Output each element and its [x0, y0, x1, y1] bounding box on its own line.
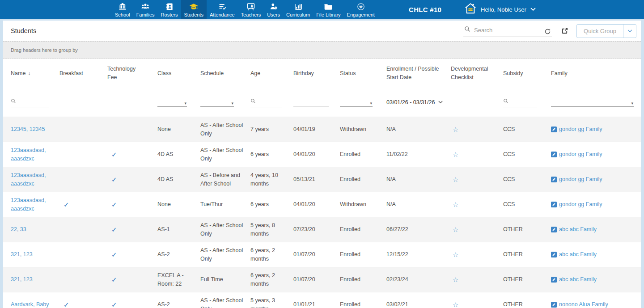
- users-icon: [269, 2, 278, 11]
- developmental-checklist-star-icon[interactable]: ☆: [453, 175, 458, 185]
- schedule-filter-select[interactable]: ▾: [200, 98, 234, 107]
- nav-item-engagement[interactable]: Engagement: [344, 0, 378, 19]
- student-name-link[interactable]: 321, 123: [11, 275, 33, 283]
- student-name-link[interactable]: 123aaasdasd, aaasdzxc: [11, 171, 53, 187]
- column-header-enrollment[interactable]: Enrollment / Possible Start Date: [386, 59, 451, 88]
- nav-item-attendance[interactable]: Attendance: [207, 0, 238, 19]
- family-link[interactable]: gondor gg Family: [559, 175, 602, 183]
- curriculum-icon: [293, 2, 303, 11]
- family-link[interactable]: abc abc Family: [559, 250, 597, 258]
- schedule-cell: AS - After School Only: [200, 292, 250, 308]
- name-filter-input[interactable]: [18, 99, 49, 105]
- search-field[interactable]: [463, 25, 552, 37]
- technology-fee-check-icon: ✓: [111, 225, 117, 235]
- birthday-filter-input[interactable]: [293, 98, 329, 105]
- nav-item-school[interactable]: School: [112, 0, 133, 19]
- nav-item-users[interactable]: Users: [264, 0, 283, 19]
- student-name-link[interactable]: 123aaasdasd, aaasdzxc: [11, 196, 53, 212]
- nav-item-file-library[interactable]: File Library: [313, 0, 343, 19]
- column-header-class[interactable]: Class: [157, 59, 200, 88]
- developmental-checklist-star-icon[interactable]: ☆: [453, 125, 458, 135]
- developmental-checklist-star-icon[interactable]: ☆: [453, 200, 458, 210]
- export-icon[interactable]: [561, 27, 568, 35]
- nav-item-families[interactable]: Families: [133, 0, 158, 19]
- user-menu[interactable]: HOPE Hello, Noble User: [464, 0, 536, 19]
- family-link[interactable]: abc abc Family: [559, 275, 597, 283]
- edit-family-icon[interactable]: [551, 177, 557, 182]
- nav-item-rosters[interactable]: Rosters: [158, 0, 181, 19]
- column-header-schedule[interactable]: Schedule: [200, 59, 250, 88]
- developmental-checklist-star-icon[interactable]: ☆: [453, 250, 458, 260]
- name-cell: 321, 123: [3, 267, 59, 292]
- developmental-checklist-cell: ☆: [451, 142, 503, 167]
- student-name-link[interactable]: Aardvark, Baby: [11, 300, 49, 308]
- technology-fee-cell: ✓: [107, 167, 157, 192]
- column-header-family[interactable]: Family: [551, 59, 641, 88]
- student-name-link[interactable]: 12345, 12345: [11, 125, 45, 133]
- status-cell: Enrolled: [340, 242, 386, 267]
- family-link[interactable]: abc abc Family: [559, 225, 597, 233]
- developmental-checklist-cell: ☆: [451, 192, 503, 217]
- developmental-checklist-star-icon[interactable]: ☆: [453, 225, 458, 235]
- subsidy-filter-search-icon: [503, 97, 508, 105]
- age-filter-search-icon: [250, 97, 256, 105]
- nav-item-label: Users: [267, 12, 280, 17]
- schedule-cell: Tue/Thur: [200, 192, 250, 217]
- group-by-dropzone[interactable]: Drag headers here to group by: [3, 41, 641, 59]
- chevron-down-icon: ▾: [231, 101, 233, 105]
- breakfast-cell: [59, 242, 107, 267]
- subsidy-filter-input[interactable]: [511, 99, 537, 105]
- edit-family-icon[interactable]: [551, 252, 557, 257]
- nav-item-curriculum[interactable]: Curriculum: [283, 0, 313, 19]
- table-row: 321, 123✓AS-2AS - After School Only6 yea…: [3, 242, 641, 267]
- nav-item-teachers[interactable]: Teachers: [238, 0, 264, 19]
- family-filter-select[interactable]: ▾: [551, 98, 634, 107]
- search-input[interactable]: [474, 27, 537, 34]
- technology-fee-check-icon: ✓: [111, 300, 117, 308]
- user-greeting: Hello, Noble User: [481, 6, 526, 13]
- birthday-cell: 01/07/20: [293, 267, 340, 292]
- nav-item-students[interactable]: Students: [181, 0, 207, 19]
- family-link[interactable]: gondor gg Family: [559, 150, 602, 158]
- column-header-age[interactable]: Age: [250, 59, 293, 88]
- column-header-developmental-checklist[interactable]: Developmental Checklist: [451, 59, 503, 88]
- column-header-technology-fee[interactable]: Technology Fee: [107, 59, 157, 88]
- edit-family-icon[interactable]: [551, 202, 557, 207]
- quick-group-chevron-down-icon[interactable]: [623, 25, 636, 38]
- student-name-link[interactable]: 321, 123: [11, 250, 33, 258]
- edit-family-icon[interactable]: [551, 152, 557, 157]
- edit-family-icon[interactable]: [551, 277, 557, 283]
- column-header-name[interactable]: Name ↓: [3, 59, 59, 88]
- student-name-link[interactable]: 22, 33: [11, 225, 26, 233]
- edit-family-icon[interactable]: [551, 227, 557, 232]
- status-filter-select[interactable]: ▾: [340, 98, 373, 107]
- column-header-status[interactable]: Status: [340, 59, 386, 88]
- filter-row: ▾ ▾ ▾ 03/01/26 - 03/31/26: [3, 88, 641, 117]
- breakfast-cell: [59, 117, 107, 142]
- page-title: Students: [11, 27, 36, 34]
- quick-group-button[interactable]: Quick Group: [577, 25, 623, 38]
- class-filter-select[interactable]: ▾: [157, 98, 187, 107]
- developmental-checklist-star-icon[interactable]: ☆: [453, 300, 458, 308]
- student-name-link[interactable]: 123aaasdasd, aaasdzxc: [11, 146, 53, 162]
- edit-family-icon[interactable]: [551, 127, 557, 132]
- family-link[interactable]: nonono Alua Family: [559, 300, 608, 308]
- chevron-down-icon: ▾: [370, 101, 372, 105]
- developmental-checklist-star-icon[interactable]: ☆: [453, 275, 458, 285]
- rosters-icon: [165, 2, 174, 11]
- edit-family-icon[interactable]: [551, 302, 557, 308]
- developmental-checklist-star-icon[interactable]: ☆: [453, 150, 458, 160]
- family-link[interactable]: gondor gg Family: [559, 200, 602, 208]
- enrollment-date-range-filter[interactable]: 03/01/26 - 03/31/26: [386, 99, 443, 105]
- family-cell: gondor gg Family: [551, 142, 641, 167]
- family-link[interactable]: gondor gg Family: [559, 125, 602, 133]
- refresh-icon[interactable]: [544, 28, 551, 35]
- age-filter-input[interactable]: [258, 99, 282, 105]
- breakfast-cell: [59, 217, 107, 242]
- column-header-subsidy[interactable]: Subsidy: [503, 59, 551, 88]
- schedule-cell: AS - After School Only: [200, 117, 250, 142]
- column-header-birthday[interactable]: Birthday: [293, 59, 340, 88]
- column-header-breakfast[interactable]: Breakfast: [59, 59, 107, 88]
- nav-item-label: File Library: [316, 12, 340, 17]
- birthday-cell: 01/01/21: [293, 292, 340, 308]
